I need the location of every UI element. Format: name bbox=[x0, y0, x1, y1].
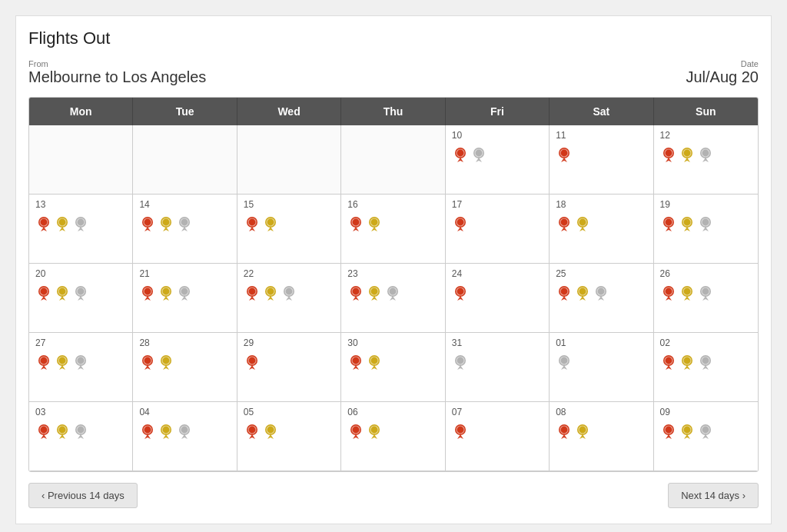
gold-badge-icon bbox=[262, 285, 279, 304]
cal-header-day: Tue bbox=[133, 98, 237, 125]
cal-badges bbox=[452, 424, 543, 443]
red-badge-icon bbox=[556, 216, 573, 235]
cal-badges bbox=[452, 285, 543, 304]
cal-cell[interactable]: 27 bbox=[29, 333, 133, 402]
gold-badge-icon bbox=[574, 285, 591, 304]
svg-marker-130 bbox=[78, 365, 84, 370]
cal-date-number: 18 bbox=[556, 199, 646, 210]
red-badge-icon bbox=[452, 147, 469, 166]
cal-date-number: 05 bbox=[244, 407, 334, 417]
cal-badges bbox=[139, 285, 230, 304]
cal-cell[interactable]: 09 bbox=[654, 402, 758, 471]
svg-marker-16 bbox=[702, 158, 709, 162]
gold-badge-icon bbox=[679, 354, 696, 374]
cal-badges bbox=[347, 216, 438, 235]
cal-cell[interactable]: 20 bbox=[29, 264, 133, 333]
svg-marker-127 bbox=[59, 365, 65, 370]
cal-cell[interactable]: 03 bbox=[29, 402, 133, 471]
svg-marker-91 bbox=[286, 296, 292, 301]
cal-badges bbox=[556, 147, 646, 166]
cal-date-number: 07 bbox=[452, 407, 543, 417]
svg-marker-172 bbox=[144, 434, 151, 439]
cal-cell[interactable]: 10 bbox=[446, 125, 550, 195]
gold-badge-icon bbox=[54, 354, 71, 374]
cal-badges bbox=[244, 216, 334, 235]
cal-cell[interactable]: 06 bbox=[341, 402, 445, 471]
svg-marker-79 bbox=[163, 296, 169, 301]
cal-cell[interactable]: 02 bbox=[654, 333, 758, 402]
svg-marker-205 bbox=[684, 434, 690, 439]
cal-cell[interactable]: 28 bbox=[133, 333, 237, 402]
cal-cell[interactable]: 16 bbox=[341, 195, 445, 264]
svg-marker-145 bbox=[371, 365, 377, 370]
cal-header-day: Sun bbox=[654, 98, 758, 125]
svg-marker-115 bbox=[666, 296, 672, 301]
svg-marker-85 bbox=[249, 296, 255, 301]
calendar-header: MonTueWedThuFriSatSun bbox=[29, 98, 758, 125]
cal-cell[interactable]: 13 bbox=[29, 195, 133, 264]
cal-badges bbox=[660, 354, 752, 374]
next-button[interactable]: Next 14 days › bbox=[668, 483, 759, 508]
svg-marker-112 bbox=[598, 296, 604, 301]
date-label: Date bbox=[686, 59, 759, 68]
cal-header-day: Mon bbox=[29, 98, 133, 125]
svg-marker-148 bbox=[457, 365, 463, 370]
cal-cell[interactable]: 31 bbox=[446, 333, 550, 402]
cal-cell[interactable]: 07 bbox=[446, 402, 550, 471]
cal-cell[interactable]: 15 bbox=[237, 195, 341, 264]
red-badge-icon bbox=[347, 354, 364, 374]
cal-cell[interactable]: 22 bbox=[237, 264, 341, 333]
date-value: Jul/Aug 20 bbox=[686, 68, 759, 86]
cal-cell[interactable]: 17 bbox=[446, 195, 550, 264]
red-badge-icon bbox=[452, 285, 469, 304]
red-badge-icon bbox=[556, 147, 573, 166]
cal-cell[interactable]: 26 bbox=[654, 264, 758, 333]
silver-badge-icon bbox=[72, 285, 89, 304]
svg-marker-157 bbox=[684, 365, 690, 370]
cal-cell[interactable]: 18 bbox=[550, 195, 653, 264]
svg-marker-31 bbox=[163, 227, 169, 231]
route-from: From Melbourne to Los Angeles bbox=[28, 59, 206, 86]
cal-cell[interactable]: 12 bbox=[654, 125, 758, 195]
cal-cell[interactable]: 29 bbox=[237, 333, 341, 402]
cal-cell[interactable]: 01 bbox=[550, 333, 653, 402]
svg-marker-178 bbox=[181, 434, 188, 439]
cal-cell[interactable]: 19 bbox=[654, 195, 758, 264]
cal-cell[interactable]: 25 bbox=[550, 264, 653, 333]
cal-cell[interactable]: 08 bbox=[550, 402, 653, 471]
from-label: From bbox=[28, 59, 206, 68]
cal-cell[interactable]: 11 bbox=[550, 125, 653, 195]
footer-nav: ‹ Previous 14 days Next 14 days › bbox=[28, 483, 759, 508]
svg-marker-175 bbox=[163, 434, 169, 439]
gold-badge-icon bbox=[158, 354, 174, 374]
cal-header-day: Sat bbox=[550, 98, 653, 125]
cal-date-number: 10 bbox=[452, 130, 543, 141]
prev-button[interactable]: ‹ Previous 14 days bbox=[28, 483, 138, 508]
svg-marker-55 bbox=[579, 227, 586, 231]
cal-cell[interactable]: 24 bbox=[446, 264, 550, 333]
cal-badges bbox=[35, 216, 126, 235]
svg-marker-160 bbox=[702, 365, 709, 370]
cal-badges bbox=[347, 424, 438, 443]
gold-badge-icon bbox=[158, 424, 174, 443]
svg-marker-25 bbox=[78, 227, 84, 231]
silver-badge-icon bbox=[72, 424, 89, 443]
cal-cell[interactable]: 05 bbox=[237, 402, 341, 471]
svg-marker-52 bbox=[561, 227, 567, 231]
cal-cell[interactable]: 21 bbox=[133, 264, 237, 333]
cal-cell[interactable]: 23 bbox=[341, 264, 445, 333]
cal-cell[interactable]: 30 bbox=[341, 333, 445, 402]
svg-marker-76 bbox=[144, 296, 151, 301]
cal-cell bbox=[237, 125, 341, 195]
cal-badges bbox=[347, 285, 438, 304]
cal-cell[interactable]: 14 bbox=[133, 195, 237, 264]
red-badge-icon bbox=[556, 285, 573, 304]
red-badge-icon bbox=[347, 285, 364, 304]
svg-marker-154 bbox=[666, 365, 672, 370]
cal-date-number: 08 bbox=[556, 407, 646, 417]
silver-badge-icon bbox=[697, 147, 714, 166]
svg-marker-208 bbox=[702, 434, 709, 439]
cal-cell[interactable]: 04 bbox=[133, 402, 237, 471]
cal-header-day: Wed bbox=[237, 98, 341, 125]
cal-cell bbox=[29, 125, 133, 195]
